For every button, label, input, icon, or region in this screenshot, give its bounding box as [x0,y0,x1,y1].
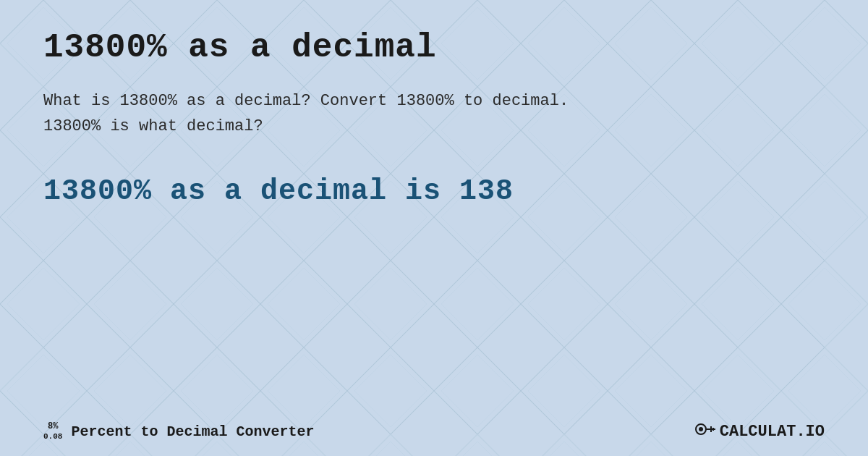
footer: 8% 0.08 Percent to Decimal Converter CAL… [43,421,825,442]
description-line2: 13800% is what decimal? [43,117,263,135]
footer-left: 8% 0.08 Percent to Decimal Converter [43,422,314,440]
result-title: 13800% as a decimal is 138 [43,175,825,208]
percent-icon: 8% 0.08 [43,422,62,440]
page-content: 13800% as a decimal What is 13800% as a … [0,0,868,456]
description-text: What is 13800% as a decimal? Convert 138… [43,88,622,139]
percent-bottom: 0.08 [43,432,62,441]
description-line1: What is 13800% as a decimal? Convert 138… [43,92,569,110]
logo: CALCULAT.IO [695,421,825,442]
percent-top: 8% [48,422,58,431]
logo-icon [695,421,715,442]
logo-text: CALCULAT.IO [720,423,825,441]
page-title: 13800% as a decimal [43,29,825,67]
svg-point-42 [699,427,703,431]
footer-label: Percent to Decimal Converter [71,423,314,440]
